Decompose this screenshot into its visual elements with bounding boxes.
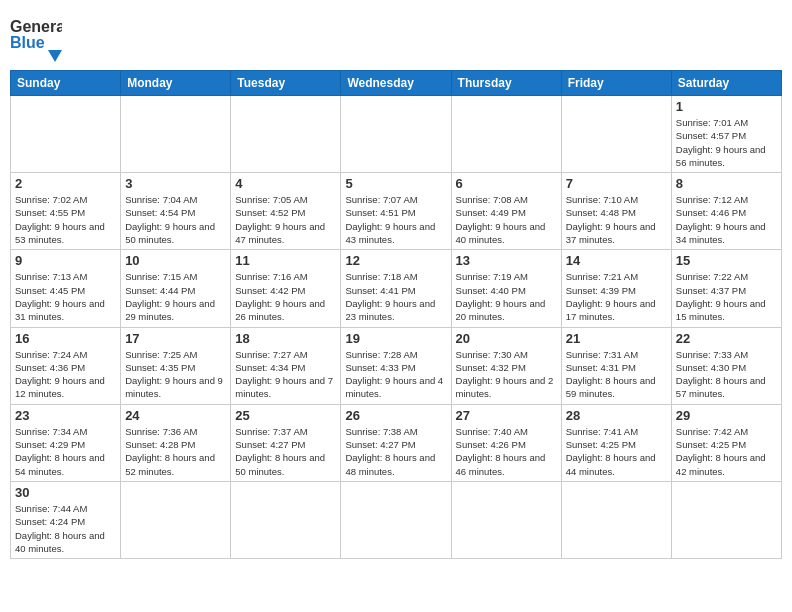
calendar-cell: 9 Sunrise: 7:13 AMSunset: 4:45 PMDayligh… <box>11 250 121 327</box>
day-info: Sunrise: 7:42 AMSunset: 4:25 PMDaylight:… <box>676 425 777 478</box>
day-number: 19 <box>345 331 446 346</box>
calendar-cell: 10 Sunrise: 7:15 AMSunset: 4:44 PMDaylig… <box>121 250 231 327</box>
day-info: Sunrise: 7:08 AMSunset: 4:49 PMDaylight:… <box>456 193 557 246</box>
calendar-cell: 26 Sunrise: 7:38 AMSunset: 4:27 PMDaylig… <box>341 404 451 481</box>
day-number: 15 <box>676 253 777 268</box>
calendar-cell: 5 Sunrise: 7:07 AMSunset: 4:51 PMDayligh… <box>341 173 451 250</box>
calendar-table: Sunday Monday Tuesday Wednesday Thursday… <box>10 70 782 559</box>
day-info: Sunrise: 7:30 AMSunset: 4:32 PMDaylight:… <box>456 348 557 401</box>
day-info: Sunrise: 7:10 AMSunset: 4:48 PMDaylight:… <box>566 193 667 246</box>
calendar-cell: 23 Sunrise: 7:34 AMSunset: 4:29 PMDaylig… <box>11 404 121 481</box>
calendar-cell: 7 Sunrise: 7:10 AMSunset: 4:48 PMDayligh… <box>561 173 671 250</box>
calendar-cell: 3 Sunrise: 7:04 AMSunset: 4:54 PMDayligh… <box>121 173 231 250</box>
day-info: Sunrise: 7:01 AMSunset: 4:57 PMDaylight:… <box>676 116 777 169</box>
day-info: Sunrise: 7:28 AMSunset: 4:33 PMDaylight:… <box>345 348 446 401</box>
day-info: Sunrise: 7:02 AMSunset: 4:55 PMDaylight:… <box>15 193 116 246</box>
calendar-cell: 14 Sunrise: 7:21 AMSunset: 4:39 PMDaylig… <box>561 250 671 327</box>
page: General Blue Sunday Monday Tuesday Wedne… <box>0 0 792 612</box>
day-number: 5 <box>345 176 446 191</box>
day-number: 8 <box>676 176 777 191</box>
calendar-cell: 12 Sunrise: 7:18 AMSunset: 4:41 PMDaylig… <box>341 250 451 327</box>
calendar-cell: 2 Sunrise: 7:02 AMSunset: 4:55 PMDayligh… <box>11 173 121 250</box>
calendar-cell: 24 Sunrise: 7:36 AMSunset: 4:28 PMDaylig… <box>121 404 231 481</box>
day-info: Sunrise: 7:21 AMSunset: 4:39 PMDaylight:… <box>566 270 667 323</box>
calendar-cell: 16 Sunrise: 7:24 AMSunset: 4:36 PMDaylig… <box>11 327 121 404</box>
day-number: 14 <box>566 253 667 268</box>
calendar-cell: 13 Sunrise: 7:19 AMSunset: 4:40 PMDaylig… <box>451 250 561 327</box>
day-info: Sunrise: 7:07 AMSunset: 4:51 PMDaylight:… <box>345 193 446 246</box>
day-info: Sunrise: 7:25 AMSunset: 4:35 PMDaylight:… <box>125 348 226 401</box>
calendar-cell: 18 Sunrise: 7:27 AMSunset: 4:34 PMDaylig… <box>231 327 341 404</box>
calendar-cell <box>231 96 341 173</box>
day-number: 25 <box>235 408 336 423</box>
header-sunday: Sunday <box>11 71 121 96</box>
day-info: Sunrise: 7:12 AMSunset: 4:46 PMDaylight:… <box>676 193 777 246</box>
logo: General Blue <box>10 10 62 62</box>
logo-icon: General Blue <box>10 10 62 62</box>
day-info: Sunrise: 7:16 AMSunset: 4:42 PMDaylight:… <box>235 270 336 323</box>
day-info: Sunrise: 7:36 AMSunset: 4:28 PMDaylight:… <box>125 425 226 478</box>
svg-text:General: General <box>10 18 62 35</box>
calendar-cell: 8 Sunrise: 7:12 AMSunset: 4:46 PMDayligh… <box>671 173 781 250</box>
day-number: 17 <box>125 331 226 346</box>
calendar-cell: 25 Sunrise: 7:37 AMSunset: 4:27 PMDaylig… <box>231 404 341 481</box>
calendar-cell: 19 Sunrise: 7:28 AMSunset: 4:33 PMDaylig… <box>341 327 451 404</box>
day-number: 16 <box>15 331 116 346</box>
day-number: 12 <box>345 253 446 268</box>
day-info: Sunrise: 7:40 AMSunset: 4:26 PMDaylight:… <box>456 425 557 478</box>
day-info: Sunrise: 7:31 AMSunset: 4:31 PMDaylight:… <box>566 348 667 401</box>
calendar-cell <box>671 481 781 558</box>
header-saturday: Saturday <box>671 71 781 96</box>
day-number: 24 <box>125 408 226 423</box>
day-number: 26 <box>345 408 446 423</box>
calendar-cell: 21 Sunrise: 7:31 AMSunset: 4:31 PMDaylig… <box>561 327 671 404</box>
header-tuesday: Tuesday <box>231 71 341 96</box>
calendar-cell <box>451 96 561 173</box>
calendar-cell <box>11 96 121 173</box>
day-info: Sunrise: 7:05 AMSunset: 4:52 PMDaylight:… <box>235 193 336 246</box>
header-monday: Monday <box>121 71 231 96</box>
day-info: Sunrise: 7:41 AMSunset: 4:25 PMDaylight:… <box>566 425 667 478</box>
day-number: 29 <box>676 408 777 423</box>
day-info: Sunrise: 7:22 AMSunset: 4:37 PMDaylight:… <box>676 270 777 323</box>
day-info: Sunrise: 7:44 AMSunset: 4:24 PMDaylight:… <box>15 502 116 555</box>
calendar-cell: 1 Sunrise: 7:01 AMSunset: 4:57 PMDayligh… <box>671 96 781 173</box>
calendar-cell <box>121 96 231 173</box>
calendar-cell: 27 Sunrise: 7:40 AMSunset: 4:26 PMDaylig… <box>451 404 561 481</box>
calendar-cell <box>561 96 671 173</box>
day-number: 13 <box>456 253 557 268</box>
calendar-cell: 20 Sunrise: 7:30 AMSunset: 4:32 PMDaylig… <box>451 327 561 404</box>
calendar-cell <box>341 96 451 173</box>
day-number: 30 <box>15 485 116 500</box>
day-info: Sunrise: 7:24 AMSunset: 4:36 PMDaylight:… <box>15 348 116 401</box>
day-number: 2 <box>15 176 116 191</box>
day-info: Sunrise: 7:27 AMSunset: 4:34 PMDaylight:… <box>235 348 336 401</box>
day-info: Sunrise: 7:33 AMSunset: 4:30 PMDaylight:… <box>676 348 777 401</box>
day-number: 3 <box>125 176 226 191</box>
day-info: Sunrise: 7:19 AMSunset: 4:40 PMDaylight:… <box>456 270 557 323</box>
header: General Blue <box>10 10 782 62</box>
day-info: Sunrise: 7:13 AMSunset: 4:45 PMDaylight:… <box>15 270 116 323</box>
calendar-cell: 15 Sunrise: 7:22 AMSunset: 4:37 PMDaylig… <box>671 250 781 327</box>
day-number: 1 <box>676 99 777 114</box>
header-thursday: Thursday <box>451 71 561 96</box>
weekday-header-row: Sunday Monday Tuesday Wednesday Thursday… <box>11 71 782 96</box>
calendar-cell: 30 Sunrise: 7:44 AMSunset: 4:24 PMDaylig… <box>11 481 121 558</box>
day-number: 27 <box>456 408 557 423</box>
day-number: 18 <box>235 331 336 346</box>
day-info: Sunrise: 7:04 AMSunset: 4:54 PMDaylight:… <box>125 193 226 246</box>
calendar-cell: 11 Sunrise: 7:16 AMSunset: 4:42 PMDaylig… <box>231 250 341 327</box>
day-info: Sunrise: 7:15 AMSunset: 4:44 PMDaylight:… <box>125 270 226 323</box>
calendar-cell: 6 Sunrise: 7:08 AMSunset: 4:49 PMDayligh… <box>451 173 561 250</box>
calendar-cell: 29 Sunrise: 7:42 AMSunset: 4:25 PMDaylig… <box>671 404 781 481</box>
day-number: 23 <box>15 408 116 423</box>
calendar-cell: 28 Sunrise: 7:41 AMSunset: 4:25 PMDaylig… <box>561 404 671 481</box>
day-number: 9 <box>15 253 116 268</box>
day-number: 20 <box>456 331 557 346</box>
calendar-cell <box>341 481 451 558</box>
calendar-cell: 4 Sunrise: 7:05 AMSunset: 4:52 PMDayligh… <box>231 173 341 250</box>
day-number: 6 <box>456 176 557 191</box>
day-number: 10 <box>125 253 226 268</box>
calendar-cell <box>231 481 341 558</box>
svg-marker-2 <box>48 50 62 62</box>
